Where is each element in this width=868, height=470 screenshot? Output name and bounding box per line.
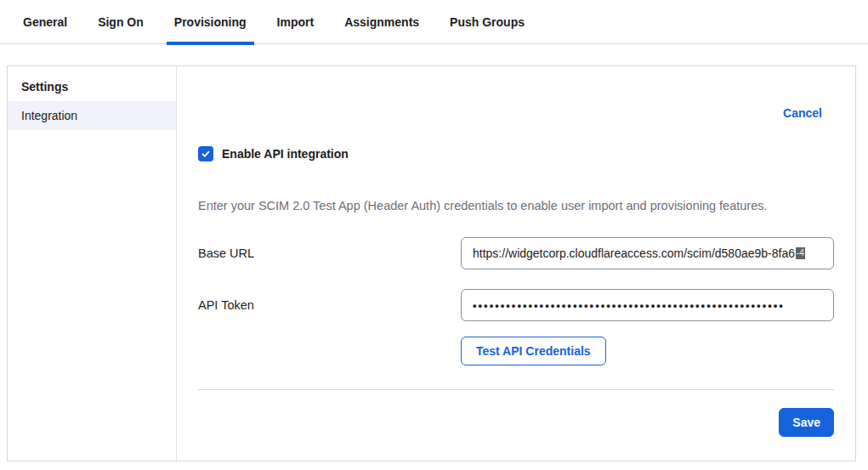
- tab-provisioning[interactable]: Provisioning: [167, 0, 254, 44]
- enable-api-checkbox[interactable]: [198, 146, 213, 161]
- tab-general[interactable]: General: [15, 0, 75, 44]
- tab-assignments[interactable]: Assignments: [337, 0, 427, 44]
- enable-api-row: Enable API integration: [198, 146, 834, 161]
- tab-push-groups[interactable]: Push Groups: [442, 0, 532, 44]
- tab-sign-on[interactable]: Sign On: [90, 0, 151, 44]
- test-api-credentials-button[interactable]: Test API Credentials: [461, 337, 606, 365]
- save-button[interactable]: Save: [779, 408, 834, 437]
- base-url-row: Base URL https://widgetcorp.cloudflareac…: [198, 237, 834, 269]
- api-token-input[interactable]: [461, 289, 834, 321]
- base-url-label: Base URL: [198, 246, 461, 260]
- api-token-label: API Token: [198, 298, 461, 312]
- provisioning-panel: Settings Integration Cancel Enable API i…: [7, 65, 856, 462]
- api-token-row: API Token: [198, 289, 834, 321]
- sidebar-header-settings: Settings: [8, 71, 176, 101]
- credentials-description: Enter your SCIM 2.0 Test App (Header Aut…: [198, 199, 834, 212]
- footer-divider: [198, 389, 834, 390]
- base-url-input[interactable]: https://widgetcorp.cloudflareaccess.com/…: [461, 237, 834, 269]
- enable-api-label: Enable API integration: [222, 147, 349, 161]
- integration-settings-form: Cancel Enable API integration Enter your…: [177, 66, 855, 461]
- test-credentials-row: Test API Credentials: [461, 337, 834, 365]
- settings-sidebar: Settings Integration: [8, 66, 177, 461]
- cancel-row: Cancel: [198, 106, 834, 120]
- base-url-selected-text: -4: [796, 247, 805, 259]
- sidebar-item-integration[interactable]: Integration: [8, 101, 176, 130]
- cancel-button[interactable]: Cancel: [783, 106, 822, 120]
- app-tab-bar: General Sign On Provisioning Import Assi…: [0, 0, 868, 44]
- base-url-value: https://widgetcorp.cloudflareaccess.com/…: [473, 246, 795, 260]
- tab-import[interactable]: Import: [269, 0, 322, 44]
- save-row: Save: [198, 408, 834, 437]
- checkmark-icon: [201, 149, 211, 159]
